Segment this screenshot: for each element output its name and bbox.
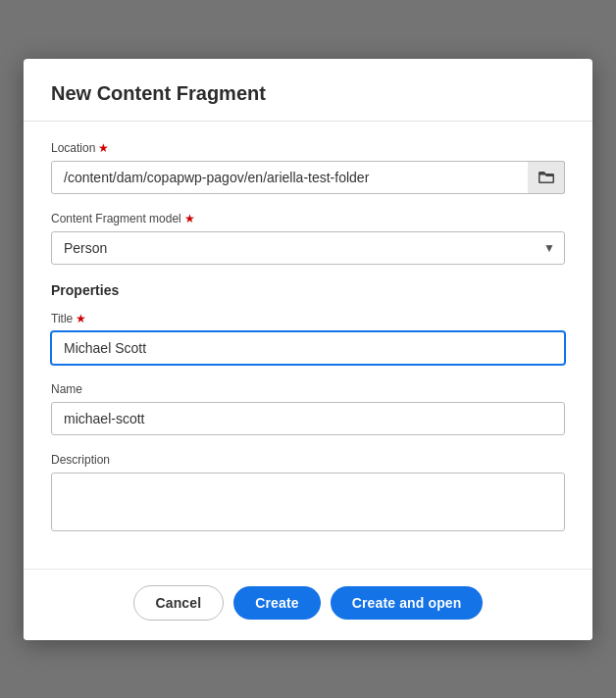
dialog-header: New Content Fragment [24,59,592,122]
model-select-wrapper: Person ▼ [51,231,565,265]
create-and-open-button[interactable]: Create and open [331,586,484,620]
location-required-star: ★ [98,141,109,155]
description-label: Description [51,453,565,467]
location-input-wrapper [51,161,565,194]
model-required-star: ★ [184,212,195,225]
location-field-group: Location ★ [51,141,565,194]
cancel-button[interactable]: Cancel [133,585,225,621]
title-required-star: ★ [76,312,86,325]
new-content-fragment-dialog: New Content Fragment Location ★ Content … [24,59,592,640]
description-field-group: Description [51,453,565,535]
dialog-title: New Content Fragment [51,82,565,105]
name-input[interactable] [51,402,565,435]
location-input[interactable] [51,161,565,194]
title-input[interactable] [51,331,565,365]
properties-heading: Properties [51,282,565,298]
create-button[interactable]: Create [233,586,320,620]
dialog-body: Location ★ Content Fragment model ★ P [24,122,592,569]
dialog-footer: Cancel Create Create and open [24,569,592,640]
name-label: Name [51,382,565,396]
location-browse-button[interactable] [528,161,565,194]
model-select[interactable]: Person [51,231,565,265]
title-field-group: Title ★ [51,312,565,365]
location-label: Location ★ [51,141,565,155]
folder-icon [539,171,554,184]
description-input[interactable] [51,473,565,531]
model-label: Content Fragment model ★ [51,212,565,225]
title-label: Title ★ [51,312,565,325]
name-field-group: Name [51,382,565,435]
model-field-group: Content Fragment model ★ Person ▼ [51,212,565,265]
